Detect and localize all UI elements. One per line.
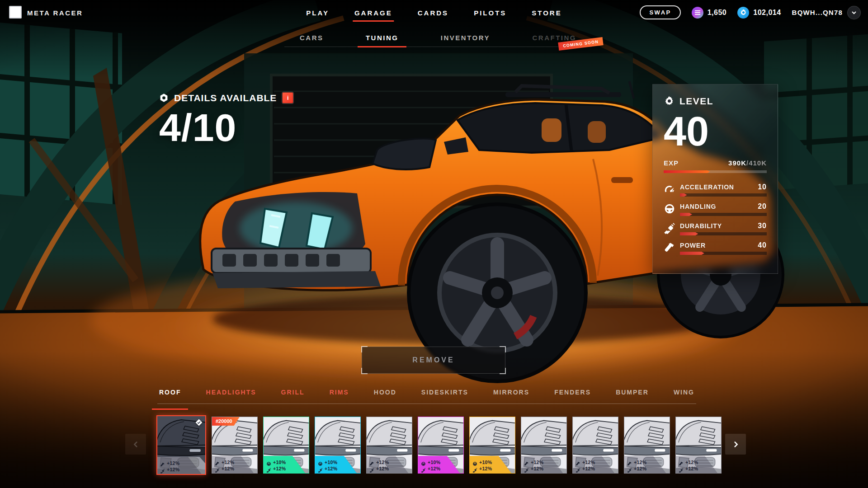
part-stat-bonuses: +12% +12% (524, 460, 543, 471)
part-stat-bonus: +12% (679, 466, 698, 471)
stat-bonus-text: +12% (531, 460, 543, 465)
currency-amount: 102,014 (753, 9, 781, 17)
part-stat-bonus: +10% (421, 460, 440, 465)
subnav-item[interactable]: CARS (300, 34, 324, 42)
suspension-icon (215, 466, 220, 471)
stat-bonus-text: +12% (222, 460, 234, 465)
part-tab[interactable]: WING (673, 388, 695, 397)
part-tab[interactable]: HOOD (373, 388, 397, 397)
suspension-icon (318, 466, 323, 471)
wallet-menu[interactable]: BQWH...QN78 (792, 6, 861, 19)
part-stat-bonuses: +12% +12% (576, 460, 595, 471)
brand-title: META RACER (27, 9, 83, 17)
swap-button[interactable]: SWAP (640, 5, 680, 19)
part-thumbnail[interactable]: +12% +12% (624, 417, 670, 474)
part-tab[interactable]: BUMPER (615, 388, 650, 397)
piston-icon (215, 460, 220, 465)
exp-progress-bar (664, 170, 767, 173)
part-thumbnail[interactable]: +12% +12% (366, 417, 412, 474)
topnav-item[interactable]: STORE (532, 9, 561, 17)
part-stat-bonuses: +12% +12% (627, 460, 646, 471)
part-thumbnail[interactable]: +10% +12% (315, 417, 361, 474)
part-category-tabs: ROOF HEADLIGHTS GRILL RIMS HOOD SIDESKIR… (157, 388, 696, 404)
stat-progress-bar (680, 252, 767, 255)
subnav-item[interactable]: TUNING (366, 34, 399, 42)
stat-bonus-text: +12% (634, 466, 646, 471)
stat-bonus-text: +12% (531, 466, 543, 471)
stat-row: HANDLING 20 (664, 202, 767, 216)
part-thumbnail[interactable]: +12% +12% (156, 415, 206, 475)
part-stat-bonuses: +10% +12% (472, 460, 492, 471)
stat-value: 10 (758, 183, 767, 191)
chevron-down-icon[interactable] (847, 6, 861, 19)
car-stats-list: ACCELERATION 10 HANDLING 20 (664, 183, 767, 255)
stat-row: DURABILITY 30 (664, 222, 767, 235)
part-tab[interactable]: MIRRORS (492, 388, 530, 397)
subnav-item-label: INVENTORY (441, 34, 490, 42)
carousel-next-button[interactable] (725, 434, 746, 455)
part-stat-bonuses: +12% +12% (215, 460, 234, 471)
part-stat-bonus: +12% (215, 466, 234, 471)
part-stat-bonus: +12% (369, 466, 389, 471)
part-stat-bonus: +12% (215, 460, 234, 465)
currency-balance: 102,014 (737, 7, 781, 19)
part-thumbnail[interactable]: +12% +12% (572, 417, 618, 474)
subnav-item[interactable]: CRAFTING COMING SOON (532, 34, 576, 42)
subnav-item-label: CRAFTING (532, 34, 576, 42)
topnav-item[interactable]: PILOTS (474, 9, 506, 17)
part-stat-bonuses: +12% +12% (679, 460, 698, 471)
stat-label: POWER (680, 242, 706, 249)
topnav-item[interactable]: PLAY (306, 9, 329, 17)
part-stat-bonuses: +12% +12% (160, 460, 179, 472)
stat-value: 40 (758, 241, 767, 249)
part-thumbnail[interactable]: +10% +12% (469, 417, 515, 474)
part-thumbnail[interactable]: +12% +12% (521, 417, 567, 474)
exp-current: 390K (728, 159, 746, 167)
subnav-item[interactable]: INVENTORY (441, 34, 490, 42)
stat-bonus-text: +12% (685, 466, 698, 471)
top-navigation: PLAY GARAGE CARDS PILOTS STORE (306, 9, 561, 17)
part-tab[interactable]: GRILL (280, 388, 306, 397)
stat-bonus-text: +10% (325, 460, 337, 465)
part-tab[interactable]: HEADLIGHTS (205, 388, 257, 397)
part-stat-bonus: +12% (524, 466, 543, 471)
account-cluster: SWAP 1,650 102,014 BQWH...QN78 (640, 5, 861, 19)
subnav-item-label: CARS (300, 34, 324, 42)
part-thumbnail[interactable]: +10% +12% (418, 417, 464, 474)
topnav-item[interactable]: CARDS (418, 9, 448, 17)
exp-total: 410K (749, 159, 767, 167)
suspension-icon (576, 466, 580, 471)
part-stat-bonus: +12% (160, 467, 179, 472)
steering-wheel-icon (318, 460, 323, 465)
part-stat-bonus: +12% (576, 466, 595, 471)
remove-button[interactable]: REMOVE (362, 347, 505, 374)
suspension-icon (472, 466, 477, 471)
part-thumbnail[interactable]: #20000 +12% (212, 417, 258, 474)
part-thumbnail[interactable]: +10% +12% (263, 417, 309, 474)
stat-row: ACCELERATION 10 (664, 183, 767, 197)
part-tab[interactable]: RIMS (329, 388, 350, 397)
brand-logo[interactable] (9, 6, 22, 19)
info-button[interactable]: i (282, 92, 293, 103)
part-stat-bonus: +12% (266, 466, 286, 471)
part-stat-bonus: +12% (369, 460, 389, 465)
currency-balance: 1,650 (692, 7, 727, 19)
piston-icon (664, 242, 675, 253)
stat-row: POWER 40 (664, 241, 767, 255)
carousel-prev-button[interactable] (125, 434, 146, 455)
stat-bonus-text: +12% (582, 460, 595, 465)
stat-bonus-text: +12% (376, 460, 389, 465)
part-stat-bonus: +10% (472, 460, 492, 465)
part-stat-bonus: +12% (160, 460, 179, 466)
part-tab[interactable]: FENDERS (553, 388, 592, 397)
part-tab[interactable]: ROOF (158, 388, 182, 397)
stat-progress-bar (680, 232, 767, 235)
garage-tuning-screen: META RACER PLAY GARAGE CARDS PILOTS STOR… (0, 0, 868, 488)
part-stat-bonuses: +10% +12% (421, 460, 440, 471)
part-stat-bonuses: +10% +12% (318, 460, 337, 471)
stat-bonus-text: +12% (273, 466, 286, 471)
part-tab[interactable]: SIDESKIRTS (420, 388, 469, 397)
topnav-item[interactable]: GARAGE (354, 9, 392, 17)
part-stat-bonus: +12% (679, 460, 698, 465)
part-thumbnail[interactable]: +12% +12% (675, 417, 722, 474)
